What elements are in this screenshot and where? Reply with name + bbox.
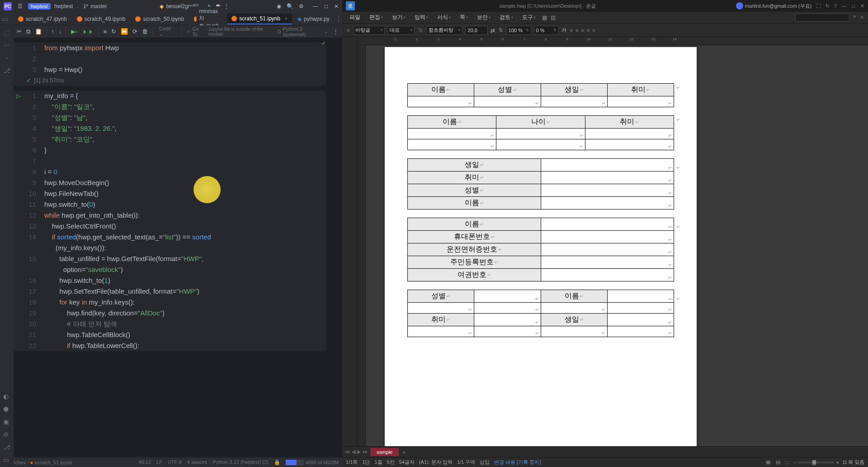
git-icon[interactable]: ⎇: [3, 443, 10, 451]
vertical-ruler[interactable]: [358, 45, 366, 446]
main-menu-icon[interactable]: ☰: [15, 2, 24, 11]
document-tab[interactable]: sample: [370, 448, 399, 456]
horizontal-ruler[interactable]: 1234567891011121314: [358, 37, 868, 45]
tab-options-icon[interactable]: ⋮: [335, 14, 342, 23]
add-tab-icon[interactable]: +: [399, 448, 409, 456]
font-icon[interactable]: Tr: [417, 27, 424, 34]
status-mode[interactable]: 삽입: [480, 459, 490, 466]
minimize-icon[interactable]: —: [841, 3, 846, 9]
size-stepper-icon[interactable]: ⇅: [498, 26, 504, 34]
paste-icon[interactable]: 📋: [35, 28, 42, 35]
view-mode-icon[interactable]: □: [785, 459, 790, 466]
run-above-icon[interactable]: ⏩: [121, 28, 128, 35]
commit-icon[interactable]: ◦: [6, 54, 8, 62]
menu-file[interactable]: 파일: [346, 13, 364, 22]
zoom-label[interactable]: ⊡ 폭 맞춤: [843, 459, 864, 466]
git-branch[interactable]: master ⌄: [83, 3, 112, 10]
services-icon[interactable]: ⬢: [3, 405, 10, 413]
align-distribute-icon[interactable]: ≡: [591, 27, 596, 34]
terminal-icon[interactable]: ▣: [3, 418, 10, 425]
align-center-icon[interactable]: ≡: [575, 27, 579, 34]
kernel-selector[interactable]: Python 3 (ipykernel) ⌄: [278, 26, 328, 37]
close-icon[interactable]: ✕: [334, 3, 339, 10]
settings-icon[interactable]: ⚙: [299, 3, 304, 10]
pull-requests-icon[interactable]: ⎇: [3, 67, 10, 74]
hwp-table-1[interactable]: 이름↵성별↵생일↵취미↵↵ ↵↵↵↵: [407, 83, 674, 107]
line-separator[interactable]: LF: [156, 459, 162, 465]
interrupt-icon[interactable]: ⟳: [132, 28, 137, 35]
indent-info[interactable]: 4 spaces: [187, 459, 207, 465]
problems-icon[interactable]: ⊘: [3, 431, 10, 438]
goto-button[interactable]: ✓ Go To: [186, 26, 203, 37]
close-tab-icon[interactable]: ×: [284, 15, 288, 22]
code-editor[interactable]: 1from pyhwpx import Hwp 2 3hwp = Hwp() ✓…: [14, 38, 329, 457]
file-tab[interactable]: scratch_50.ipynb: [131, 14, 189, 24]
structure-icon[interactable]: ⬚: [4, 29, 10, 36]
tab-last-icon[interactable]: ⏭: [363, 449, 368, 455]
toolbar-more-icon[interactable]: ⋮: [333, 28, 339, 35]
hwp-table-2[interactable]: 이름↵나이↵취미↵↵ ↵↵↵ ↵↵↵: [407, 115, 674, 150]
python-console-icon[interactable]: ◐: [3, 393, 10, 400]
align-right-icon[interactable]: ≡: [580, 27, 585, 34]
minimize-icon[interactable]: —: [313, 3, 318, 10]
run-cell-icon[interactable]: ▶›: [71, 28, 77, 35]
file-tab-active[interactable]: scratch_51.ipynb×: [227, 14, 292, 24]
font-size[interactable]: 20.0: [465, 26, 488, 35]
caret-position[interactable]: 48:12: [139, 459, 151, 465]
code-with-me-icon[interactable]: ◉: [277, 3, 281, 10]
menu-review[interactable]: 검토▾: [496, 13, 517, 22]
tab-first-icon[interactable]: ⏮: [345, 449, 350, 455]
status-page[interactable]: 1/1쪽: [346, 459, 358, 466]
file-encoding[interactable]: UTF-8: [168, 459, 182, 465]
inspection-ok-icon[interactable]: ✓: [321, 40, 326, 46]
run-all-icon[interactable]: ⏵⏵: [82, 28, 94, 35]
clear-icon[interactable]: 🗑: [142, 28, 148, 35]
readonly-icon[interactable]: 🔒: [274, 459, 280, 465]
user-account[interactable]: martinii.fun@gmail.com (무료): [736, 2, 811, 10]
menu-input[interactable]: 입력▾: [411, 13, 432, 22]
file-tab[interactable]: ◆pyhwpx.py: [293, 14, 334, 24]
align-left-icon[interactable]: ≡: [569, 27, 574, 34]
view-mode-icon[interactable]: ▦: [765, 458, 771, 466]
breadcrumb[interactable]: Scratches › ● scratch_51.ipynb: [4, 460, 72, 465]
layout-icon[interactable]: ▤: [550, 14, 557, 22]
close-icon[interactable]: ✕: [860, 3, 864, 9]
refresh-icon[interactable]: ↻: [826, 3, 830, 9]
project-name[interactable]: hwptest: [54, 3, 73, 10]
hwp-table-4[interactable]: 이름↵↵↵ 휴대폰번호↵↵ 운전면허증번호↵↵ 주민등록번호↵↵ 여권번호↵↵: [407, 218, 674, 281]
collapse-ribbon-icon[interactable]: ^: [852, 14, 857, 22]
zoom-out-icon[interactable]: −: [793, 460, 796, 465]
font-select[interactable]: 함초롬바탕▾: [426, 26, 462, 35]
menu-view[interactable]: 보기▾: [388, 13, 409, 22]
build-icon[interactable]: ▭: [3, 456, 10, 463]
move-down-icon[interactable]: ↓: [59, 28, 62, 35]
stop-icon[interactable]: ■: [104, 28, 107, 35]
view-mode-icon[interactable]: ▤: [775, 458, 781, 466]
zoom-control[interactable]: − +: [793, 460, 839, 465]
menu-edit[interactable]: 편집▾: [366, 13, 387, 22]
hwp-table-3[interactable]: 생일↵↵↵ 취미↵↵ 성별↵↵ 이름↵↵: [407, 158, 674, 210]
menu-format[interactable]: 서식▾: [434, 13, 454, 22]
maximize-icon[interactable]: □: [325, 3, 328, 10]
project-tool-icon[interactable]: ▭: [2, 15, 11, 23]
status-tracking[interactable]: 변경 내용 [기록 중지]: [494, 459, 541, 466]
hwp-table-5[interactable]: 성별↵↵이름↵↵↵ ↵↵↵↵ 취미↵↵생일↵↵ ↵↵↵↵: [407, 290, 674, 337]
file-tab[interactable]: scratch_49.ipynb: [72, 14, 130, 24]
move-up-icon[interactable]: ↑: [51, 28, 54, 35]
tab-prev-icon[interactable]: ◀: [352, 449, 355, 455]
cell-type-select[interactable]: Code ⌄: [157, 25, 177, 38]
style-select[interactable]: 바탕글▾: [353, 26, 385, 35]
file-tab[interactable]: scratch_47.ipynb: [14, 14, 71, 24]
style-icon[interactable]: ≡: [346, 27, 350, 34]
menu-page[interactable]: 쪽▾: [456, 13, 472, 22]
run-cell-gutter-icon[interactable]: ▷: [14, 91, 23, 101]
maximize-icon[interactable]: □: [852, 3, 855, 9]
para-select[interactable]: 대표▾: [387, 26, 415, 35]
document-page[interactable]: 이름↵성별↵생일↵취미↵↵ ↵↵↵↵ 이름↵나이↵취미↵↵ ↵↵↵ ↵↵↵ 생일…: [385, 47, 697, 446]
align-justify-icon[interactable]: ≡: [586, 27, 590, 34]
search-box[interactable]: [795, 14, 849, 22]
help-icon[interactable]: ?: [834, 3, 837, 9]
cut-icon[interactable]: ✂: [17, 28, 22, 35]
project-badge[interactable]: hwptest: [28, 3, 51, 10]
expand-icon[interactable]: ⛶: [816, 3, 821, 9]
